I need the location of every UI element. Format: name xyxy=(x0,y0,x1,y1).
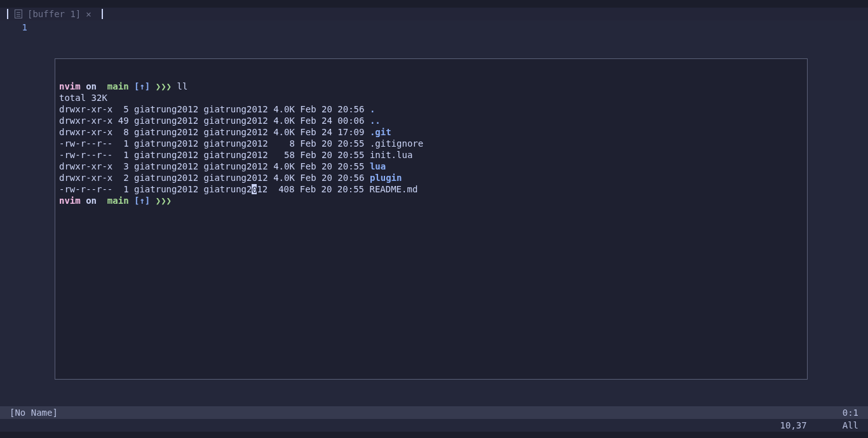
ls-row-last: -rw-r--r-- 1 giatrung2012 giatrung2012 4… xyxy=(59,184,417,194)
prompt-status: [↑] xyxy=(134,81,156,91)
prompt-on: on xyxy=(81,81,102,91)
ls-total: total 32K xyxy=(59,93,107,103)
tab-label: [buffer 1] xyxy=(27,8,81,20)
status-filename: [No Name] xyxy=(10,407,58,418)
ls-row: drwxr-xr-x 3 giatrung2012 giatrung2012 4… xyxy=(59,161,386,171)
cmdline-left-edge xyxy=(0,419,7,432)
statusbar-left-edge xyxy=(0,406,7,419)
line-number: 1 xyxy=(22,22,27,32)
close-icon[interactable]: ✕ xyxy=(86,8,91,20)
tab-buffer-1[interactable]: [buffer 1] ✕ xyxy=(11,8,95,20)
file-icon xyxy=(15,10,22,18)
ls-row: drwxr-xr-x 2 giatrung2012 giatrung2012 4… xyxy=(59,173,402,183)
app-root: [buffer 1] ✕ 1 nvim on main [↑] ❯❯❯ ll t… xyxy=(0,0,868,438)
tab-separator-icon xyxy=(7,9,8,19)
editor-right-margin xyxy=(861,20,868,406)
bottom-gap xyxy=(0,432,868,438)
ls-row: drwxr-xr-x 49 giatrung2012 giatrung2012 … xyxy=(59,116,381,126)
line-number-gutter: 1 xyxy=(7,20,30,33)
prompt-arrows-icon: ❯❯❯ xyxy=(156,81,172,91)
status-position: 0:1 xyxy=(843,407,858,418)
cmdline-right-edge xyxy=(861,419,868,432)
tab-end-separator-icon xyxy=(102,9,103,19)
tab-bar[interactable]: [buffer 1] ✕ xyxy=(7,8,861,20)
prompt-line-1: nvim on main [↑] ❯❯❯ xyxy=(59,81,172,91)
ls-row: drwxr-xr-x 8 giatrung2012 giatrung2012 4… xyxy=(59,127,391,137)
editor-left-margin xyxy=(0,20,7,406)
cursor-position: 10,37 xyxy=(780,420,807,431)
prompt-line-2: nvim on main [↑] ❯❯❯ xyxy=(59,196,172,206)
ls-row: drwxr-xr-x 5 giatrung2012 giatrung2012 4… xyxy=(59,104,375,114)
command-line[interactable]: 10,37 All xyxy=(7,419,861,432)
scroll-indicator: All xyxy=(843,420,858,431)
floating-terminal[interactable]: nvim on main [↑] ❯❯❯ ll total 32K drwxr-… xyxy=(55,58,808,380)
statusbar-right-edge xyxy=(861,406,868,419)
prompt-arrows-icon: ❯❯❯ xyxy=(156,196,172,206)
tabbar-right-edge xyxy=(861,8,868,20)
top-gap xyxy=(0,0,868,8)
prompt-branch: main xyxy=(102,81,134,91)
ls-row: -rw-r--r-- 1 giatrung2012 giatrung2012 8… xyxy=(59,138,423,149)
prompt-dir: nvim xyxy=(59,81,81,91)
ls-row: -rw-r--r-- 1 giatrung2012 giatrung2012 5… xyxy=(59,150,412,160)
command-text: ll xyxy=(172,81,187,91)
status-bar: [No Name] 0:1 xyxy=(7,406,861,419)
tabbar-left-edge xyxy=(0,8,7,20)
